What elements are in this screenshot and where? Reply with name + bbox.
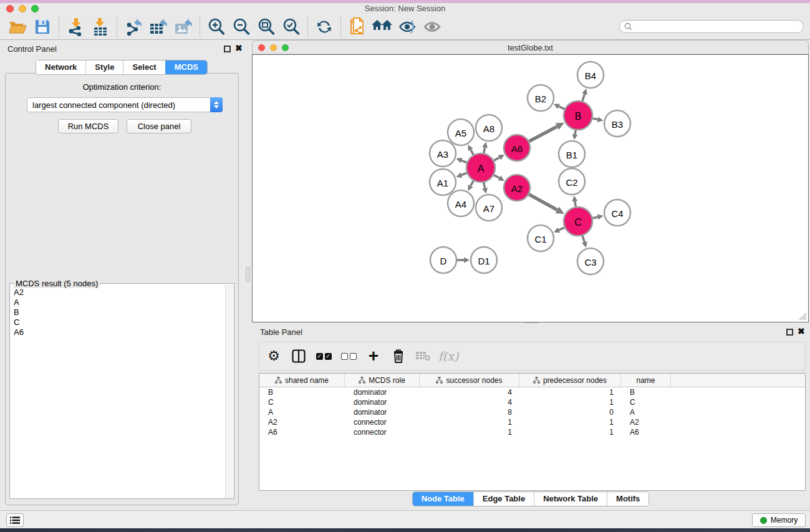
open-session-button[interactable] xyxy=(5,16,30,38)
task-history-button[interactable] xyxy=(6,513,24,527)
hide-selected-eye-slash-button[interactable] xyxy=(395,16,420,38)
edge-A-A3[interactable] xyxy=(461,160,467,162)
cell-predecessor-nodes[interactable]: 0 xyxy=(519,408,621,417)
import-table-button[interactable] xyxy=(88,16,113,38)
search-input[interactable] xyxy=(635,21,803,32)
zoom-selected-button[interactable] xyxy=(279,16,304,38)
cell-predecessor-nodes[interactable]: 1 xyxy=(519,428,621,437)
cell-MCDS-role[interactable]: dominator xyxy=(345,408,420,417)
tab-network-table[interactable]: Network Table xyxy=(534,492,607,506)
tab-select[interactable]: Select xyxy=(123,60,165,74)
show-all-eye-button[interactable] xyxy=(420,16,445,38)
edge-B-B4[interactable] xyxy=(582,94,585,101)
node-table-body[interactable]: Bdominator41BCdominator41CAdominator80AA… xyxy=(259,387,805,437)
tab-edge-table[interactable]: Edge Table xyxy=(473,492,534,506)
edge-A-A5[interactable] xyxy=(471,150,474,155)
cell-shared-name[interactable]: A2 xyxy=(259,418,345,427)
cell-MCDS-role[interactable]: connector xyxy=(345,428,420,437)
edge-A-A2[interactable] xyxy=(494,175,499,178)
edge-C-C2[interactable] xyxy=(575,201,576,207)
edge-A-A7[interactable] xyxy=(484,183,485,188)
export-network-button[interactable] xyxy=(121,16,146,38)
edge-C-C3[interactable] xyxy=(582,236,584,243)
cell-shared-name[interactable]: A6 xyxy=(259,428,345,437)
export-table-button[interactable] xyxy=(146,16,171,38)
close-network-button[interactable] xyxy=(258,44,265,51)
cell-shared-name[interactable]: C xyxy=(259,398,345,407)
cell-successor-nodes[interactable]: 4 xyxy=(420,388,519,397)
vertical-splitter-handle[interactable] xyxy=(246,267,250,282)
table-row[interactable]: A6connector11A6 xyxy=(259,427,805,437)
table-row[interactable]: Cdominator41C xyxy=(259,397,805,407)
cell-name[interactable]: A2 xyxy=(621,418,671,427)
cell-successor-nodes[interactable]: 1 xyxy=(420,428,519,437)
close-table-panel-icon[interactable]: ✖ xyxy=(798,328,805,335)
column-header-predecessor-nodes[interactable]: predecessor nodes xyxy=(519,374,621,387)
mcds-result-item[interactable]: A xyxy=(14,297,225,307)
cell-MCDS-role[interactable]: connector xyxy=(345,418,420,427)
tab-mcds[interactable]: MCDS xyxy=(165,60,207,74)
close-panel-icon[interactable]: ✖ xyxy=(235,45,243,52)
edge-A2-C[interactable] xyxy=(529,195,557,210)
export-image-button[interactable] xyxy=(171,16,196,38)
cell-predecessor-nodes[interactable]: 1 xyxy=(519,418,621,427)
minimize-window-button[interactable] xyxy=(19,5,26,12)
column-header-name[interactable]: name xyxy=(621,374,671,387)
cell-name[interactable]: A xyxy=(621,408,671,417)
mcds-result-item[interactable]: B xyxy=(14,307,225,317)
close-window-button[interactable] xyxy=(6,5,14,12)
layout-home-button[interactable] xyxy=(370,16,395,38)
delete-column-trash-icon[interactable] xyxy=(390,348,407,364)
zoom-out-button[interactable] xyxy=(229,16,254,38)
float-panel-icon[interactable] xyxy=(224,46,231,52)
edge-C-C1[interactable] xyxy=(559,228,564,230)
node-table-header[interactable]: shared nameMCDS rolesuccessor nodesprede… xyxy=(259,374,805,387)
edge-A6-B[interactable] xyxy=(529,127,557,142)
deselect-all-columns-icon[interactable] xyxy=(340,348,357,364)
cell-predecessor-nodes[interactable]: 1 xyxy=(519,398,621,407)
mcds-result-item[interactable]: C xyxy=(14,317,225,327)
cell-MCDS-role[interactable]: dominator xyxy=(345,388,420,397)
tab-node-table[interactable]: Node Table xyxy=(413,492,473,506)
import-network-button[interactable] xyxy=(63,16,88,38)
minimize-network-button[interactable] xyxy=(270,44,277,51)
maximize-window-button[interactable] xyxy=(31,5,39,12)
edge-A-A4[interactable] xyxy=(471,181,474,186)
edge-A-A8[interactable] xyxy=(484,147,485,153)
clone-network-button[interactable] xyxy=(345,16,370,38)
edge-C-C4[interactable] xyxy=(592,217,597,218)
network-window-titlebar[interactable]: testGlobe.txt xyxy=(252,40,809,54)
search-field[interactable] xyxy=(619,20,804,33)
mcds-result-list[interactable]: A2ABCA6 xyxy=(11,288,225,496)
zoom-in-button[interactable] xyxy=(204,16,229,38)
cell-successor-nodes[interactable]: 4 xyxy=(420,398,519,407)
table-row[interactable]: Adominator80A xyxy=(259,407,805,417)
zoom-fit-button[interactable] xyxy=(254,16,279,38)
column-header-shared-name[interactable]: shared name xyxy=(259,374,345,387)
criterion-dropdown[interactable]: largest connected component (directed) xyxy=(27,97,223,112)
window-resize-grip[interactable] xyxy=(799,312,807,321)
mcds-result-scrollbar[interactable] xyxy=(225,284,233,498)
refresh-button[interactable] xyxy=(312,16,337,38)
table-row[interactable]: Bdominator41B xyxy=(259,387,805,397)
memory-button[interactable]: Memory xyxy=(752,513,806,527)
edge-A-A1[interactable] xyxy=(461,173,467,175)
save-session-button[interactable] xyxy=(30,16,55,38)
cell-predecessor-nodes[interactable]: 1 xyxy=(519,388,621,397)
network-graph[interactable]: B4B2BB3A8A5A6A3B1AC2A1A2A4A7C4CC1C3DD1 xyxy=(253,55,808,322)
cell-name[interactable]: C xyxy=(621,398,671,407)
mcds-result-item[interactable]: A6 xyxy=(14,327,225,337)
tab-network[interactable]: Network xyxy=(36,60,85,74)
maximize-network-button[interactable] xyxy=(282,44,289,51)
tab-style[interactable]: Style xyxy=(85,60,123,74)
edge-B-B2[interactable] xyxy=(559,107,564,109)
node-table[interactable]: shared nameMCDS rolesuccessor nodesprede… xyxy=(259,373,806,491)
select-all-columns-icon[interactable]: ✓✓ xyxy=(316,348,332,364)
column-view-icon[interactable] xyxy=(291,348,307,364)
tab-motifs[interactable]: Motifs xyxy=(607,492,648,506)
run-mcds-button[interactable]: Run MCDS xyxy=(58,119,118,133)
column-header-successor-nodes[interactable]: successor nodes xyxy=(420,374,519,387)
edge-B-B3[interactable] xyxy=(593,118,598,120)
cell-name[interactable]: A6 xyxy=(621,428,671,437)
float-table-panel-icon[interactable] xyxy=(786,329,793,336)
